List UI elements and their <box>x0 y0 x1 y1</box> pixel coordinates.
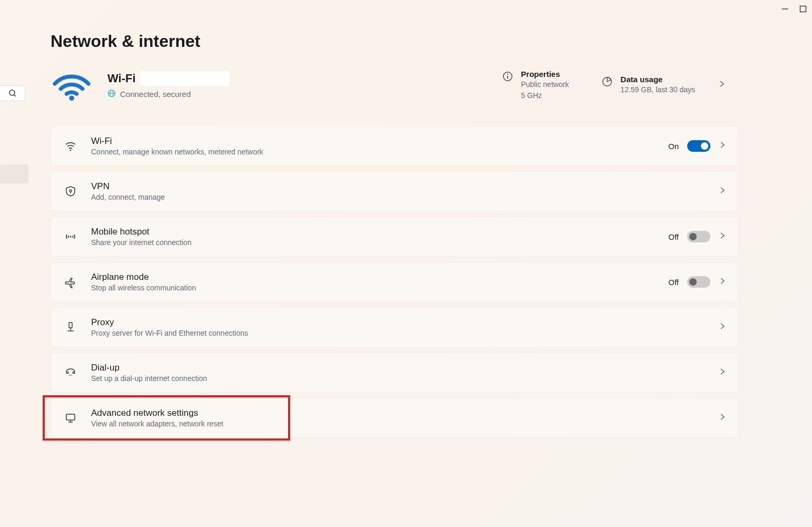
properties-line2: 5 GHz <box>521 91 569 100</box>
globe-icon <box>107 89 116 99</box>
airplane-sub: Stop all wireless communication <box>91 284 656 292</box>
svg-rect-1 <box>800 6 806 12</box>
minimize-button[interactable] <box>781 5 789 13</box>
chevron-right-icon <box>719 187 726 196</box>
svg-point-4 <box>69 95 74 101</box>
hotspot-icon <box>63 230 78 243</box>
vpn-setting-row[interactable]: VPN Add, connect, manage <box>51 171 738 211</box>
wifi-title: Wi-Fi <box>91 136 656 147</box>
maximize-button[interactable] <box>799 5 807 13</box>
page-title: Network & internet <box>51 32 738 51</box>
chevron-right-icon <box>718 80 726 90</box>
wifi-sub: Connect, manage known networks, metered … <box>91 148 656 156</box>
svg-point-20 <box>73 372 75 374</box>
svg-point-9 <box>507 74 508 75</box>
network-ssid-redacted <box>140 71 230 86</box>
hotspot-toggle-label: Off <box>668 232 679 241</box>
svg-point-22 <box>70 375 71 376</box>
svg-rect-24 <box>66 414 75 420</box>
chevron-right-icon <box>719 232 726 241</box>
proxy-title: Proxy <box>91 317 706 328</box>
dialup-title: Dial-up <box>91 363 706 373</box>
wifi-setting-row[interactable]: Wi-Fi Connect, manage known networks, me… <box>51 126 738 166</box>
connection-status: Connected, secured <box>120 90 191 99</box>
sidebar-selected-indicator <box>0 164 28 183</box>
airplane-toggle[interactable] <box>687 276 710 288</box>
svg-point-23 <box>71 375 72 376</box>
info-icon <box>502 71 513 84</box>
wifi-toggle[interactable] <box>687 140 710 152</box>
chevron-right-icon <box>719 141 726 151</box>
chevron-right-icon <box>719 277 726 287</box>
airplane-setting-row[interactable]: Airplane mode Stop all wireless communic… <box>51 262 738 302</box>
properties-title: Properties <box>521 70 569 79</box>
svg-rect-16 <box>69 323 72 328</box>
advanced-network-row[interactable]: Advanced network settings View all netwo… <box>51 398 738 438</box>
airplane-title: Airplane mode <box>91 272 656 282</box>
svg-line-3 <box>14 95 16 96</box>
svg-point-15 <box>70 236 72 238</box>
svg-point-19 <box>66 372 68 374</box>
data-usage-title: Data usage <box>620 75 695 84</box>
pie-chart-icon <box>601 76 613 90</box>
hotspot-sub: Share your internet connection <box>91 238 656 247</box>
svg-point-21 <box>69 375 70 376</box>
chevron-right-icon <box>719 323 726 332</box>
svg-point-12 <box>70 150 72 151</box>
proxy-setting-row[interactable]: Proxy Proxy server for Wi-Fi and Etherne… <box>51 307 738 347</box>
vpn-sub: Add, connect, manage <box>91 193 706 201</box>
wifi-icon <box>63 140 78 152</box>
hotspot-setting-row[interactable]: Mobile hotspot Share your internet conne… <box>51 217 738 257</box>
wifi-toggle-label: On <box>668 142 679 151</box>
hotspot-title: Mobile hotspot <box>91 227 656 237</box>
chevron-right-icon <box>719 368 726 377</box>
shield-icon <box>63 185 78 198</box>
dialup-sub: Set up a dial-up internet connection <box>91 374 706 383</box>
proxy-icon <box>63 321 78 334</box>
airplane-toggle-label: Off <box>668 278 679 287</box>
chevron-right-icon <box>719 413 726 423</box>
proxy-sub: Proxy server for Wi-Fi and Ethernet conn… <box>91 329 706 337</box>
advanced-title: Advanced network settings <box>91 408 706 418</box>
network-status-row: Wi-Fi Connected, secured Properties Publ… <box>51 67 738 103</box>
monitor-icon <box>63 412 78 424</box>
wifi-large-icon <box>51 67 93 103</box>
data-usage-link[interactable]: Data usage 12.59 GB, last 30 days <box>589 75 738 94</box>
advanced-sub: View all network adapters, network reset <box>91 419 706 428</box>
vpn-title: VPN <box>91 181 706 192</box>
dialup-setting-row[interactable]: Dial-up Set up a dial-up internet connec… <box>51 353 738 393</box>
properties-line1: Public network <box>521 80 569 89</box>
connection-name: Wi-Fi <box>107 72 136 85</box>
data-usage-line1: 12.59 GB, last 30 days <box>620 85 695 94</box>
search-button[interactable] <box>0 85 25 101</box>
svg-point-13 <box>70 190 72 192</box>
dialup-icon <box>63 366 78 379</box>
hotspot-toggle[interactable] <box>687 231 710 242</box>
svg-point-2 <box>9 90 15 95</box>
search-icon <box>8 89 17 97</box>
airplane-icon <box>63 276 78 288</box>
properties-link[interactable]: Properties Public network 5 GHz <box>489 70 581 100</box>
